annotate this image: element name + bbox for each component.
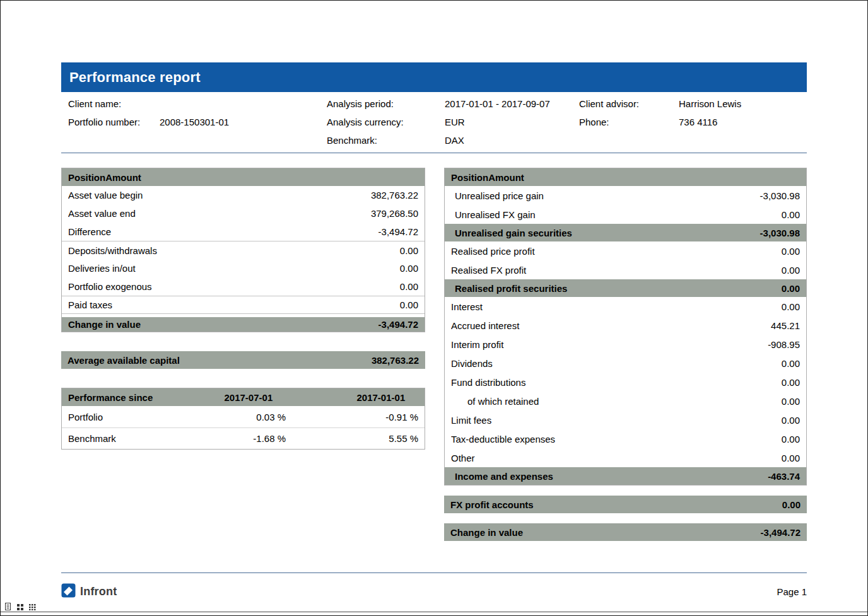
- row-label: FX profit accounts: [450, 499, 782, 510]
- performance-table: Performance since 2017-07-01 2017-01-01 …: [61, 388, 425, 450]
- row-value: 382,763.22: [372, 355, 419, 366]
- row-value: 0.00: [782, 209, 800, 220]
- change-in-value-bar: Change in value -3,494.72: [444, 523, 807, 541]
- analysis-currency-label: Analysis currency:: [327, 117, 404, 127]
- table-row: Asset value end 379,268.50: [62, 204, 425, 223]
- table-row: Portfolio exogenous 0.00: [62, 277, 425, 296]
- row-label: Realised profit securities: [451, 283, 782, 294]
- row-value: 0.00: [782, 434, 800, 445]
- row-value: -3,494.72: [378, 226, 418, 237]
- row-value: -3,030.98: [760, 228, 800, 238]
- row-label: Dividends: [451, 358, 782, 369]
- page-title: Performance report: [69, 69, 201, 86]
- row-label: Unrealised gain securities: [451, 228, 760, 238]
- asset-value-table: Position Amount Asset value begin 382,76…: [61, 168, 425, 332]
- row-value: -3,030.98: [760, 190, 800, 201]
- fx-profit-accounts-bar: FX profit accounts 0.00: [444, 496, 807, 513]
- row-label: Interest: [451, 301, 782, 312]
- table-row: Interest 0.00: [445, 297, 806, 316]
- row-value: 0.00: [400, 299, 418, 310]
- row-value: -3,494.72: [378, 319, 418, 330]
- row-value: 0.00: [782, 415, 800, 426]
- row-value: 0.00: [782, 453, 800, 463]
- row-value: 0.00: [782, 499, 801, 510]
- footer: Infront Page 1: [61, 573, 807, 601]
- table-total-row: Income and expenses -463.74: [445, 467, 806, 485]
- table-row: Limit fees 0.00: [445, 410, 806, 429]
- column-header-date-1: 2017-07-01: [153, 392, 273, 403]
- row-value: 0.00: [400, 281, 418, 292]
- table-total-row: Unrealised gain securities -3,030.98: [445, 224, 806, 241]
- table-row: Asset value begin 382,763.22: [62, 186, 425, 204]
- table-row: Portfolio 0.03 % -0.91 %: [62, 406, 425, 427]
- row-value: -0.91 %: [286, 412, 418, 422]
- row-value: 0.00: [782, 358, 800, 369]
- grid-view-icon[interactable]: [16, 603, 24, 610]
- table-row: Deliveries in/out 0.00: [62, 259, 425, 277]
- benchmark-value: DAX: [445, 135, 464, 146]
- average-capital-bar: Average available capital 382,763.22: [61, 351, 425, 369]
- column-header-date-2: 2017-01-01: [273, 392, 405, 403]
- statusbar: [1, 601, 867, 612]
- table-row: Fund distributions 0.00: [445, 373, 806, 392]
- row-value: -463.74: [768, 471, 800, 482]
- row-value: 445.21: [771, 320, 800, 331]
- report-page: Performance report Client name: Portfoli…: [61, 62, 807, 601]
- row-value: 5.55 %: [286, 433, 418, 444]
- thumbnails-view-icon[interactable]: [28, 603, 36, 610]
- report-meta: Client name: Portfolio number: 2008-1503…: [61, 92, 807, 153]
- row-value: 0.00: [782, 396, 800, 407]
- row-label: Portfolio exogenous: [68, 281, 400, 292]
- table-header-row: Position Amount: [62, 168, 425, 186]
- analysis-currency-value: EUR: [445, 117, 465, 127]
- table-row: Accrued interest 445.21: [445, 316, 806, 335]
- row-value: -908.95: [768, 339, 800, 350]
- row-value: 0.00: [400, 263, 418, 274]
- row-value: 0.00: [782, 246, 800, 257]
- table-total-row: Realised profit securities 0.00: [445, 279, 806, 297]
- table-header-row: Position Amount: [445, 168, 806, 186]
- table-row: Unrealised price gain -3,030.98: [445, 186, 806, 205]
- row-label: Portfolio: [68, 412, 166, 422]
- portfolio-number-value: 2008-150301-01: [160, 117, 229, 127]
- row-value: 379,268.50: [371, 208, 418, 219]
- client-name-label: Client name:: [68, 98, 121, 109]
- table-row: Dividends 0.00: [445, 354, 806, 373]
- row-value: 0.03 %: [166, 412, 286, 422]
- row-label: Deposits/withdrawals: [68, 245, 400, 256]
- row-label: Limit fees: [451, 415, 782, 426]
- analysis-period-value: 2017-01-01 - 2017-09-07: [445, 98, 550, 109]
- row-label: Asset value end: [68, 208, 371, 219]
- table-row: Deposits/withdrawals 0.00: [62, 241, 425, 259]
- table-header-row: Performance since 2017-07-01 2017-01-01: [62, 388, 425, 406]
- report-title-banner: Performance report: [61, 62, 807, 92]
- row-label: Income and expenses: [451, 471, 768, 482]
- row-label: of which retained: [451, 396, 782, 407]
- table-row: Tax-deductible expenses 0.00: [445, 429, 806, 448]
- row-value: -1.68 %: [166, 433, 286, 444]
- column-header-amount: Amount: [105, 172, 141, 183]
- row-value: -3,494.72: [761, 527, 801, 538]
- profit-loss-table: Position Amount Unrealised price gain -3…: [444, 168, 807, 485]
- brand-name: Infront: [80, 585, 117, 598]
- row-label: Deliveries in/out: [68, 263, 400, 274]
- row-value: 0.00: [782, 301, 800, 312]
- column-header-position: Position: [451, 172, 488, 183]
- table-row: Paid taxes 0.00: [62, 296, 425, 314]
- row-label: Change in value: [450, 527, 761, 538]
- table-row: Difference -3,494.72: [62, 223, 425, 241]
- left-column: Position Amount Asset value begin 382,76…: [61, 168, 425, 450]
- row-value: 0.00: [782, 377, 800, 388]
- table-row: Realised FX profit 0.00: [445, 260, 806, 279]
- table-row: Interim profit -908.95: [445, 335, 806, 354]
- meta-divider: [61, 153, 807, 153]
- row-label: Difference: [68, 226, 378, 237]
- row-label: Benchmark: [68, 433, 166, 444]
- page-view-icon[interactable]: [4, 603, 12, 610]
- row-label: Asset value begin: [68, 190, 371, 200]
- table-total-row: Change in value -3,494.72: [62, 314, 425, 332]
- client-advisor-label: Client advisor:: [579, 98, 639, 109]
- report-viewer: Performance report Client name: Portfoli…: [0, 0, 868, 616]
- analysis-period-label: Analysis period:: [327, 98, 394, 109]
- column-header-amount: Amount: [488, 172, 524, 183]
